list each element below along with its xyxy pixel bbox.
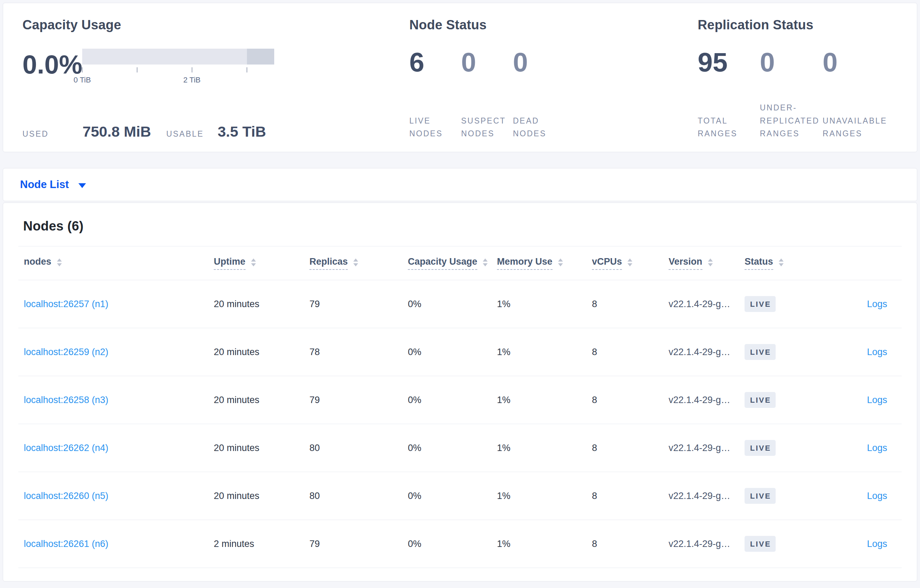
logs-link[interactable]: Logs xyxy=(867,443,887,453)
table-row: localhost:26260 (n5)20 minutes800%1%8v22… xyxy=(18,472,902,520)
nodes-heading: Nodes (6) xyxy=(18,203,902,246)
node-status-stats: 6 LIVE NODES 0 SUSPECT NODES 0 DEAD NODE… xyxy=(409,48,698,141)
sort-icon xyxy=(627,258,632,267)
stat-value: 0 xyxy=(760,48,823,76)
node-list-dropdown-label[interactable]: Node List xyxy=(20,178,69,191)
axis-tick xyxy=(82,67,83,73)
stat-value: 95 xyxy=(698,48,760,76)
vcpus-cell: 8 xyxy=(592,443,669,454)
node-link[interactable]: localhost:26260 (n5) xyxy=(24,491,109,501)
column-header-label: Uptime xyxy=(214,256,246,270)
column-header-status[interactable]: Status xyxy=(745,256,852,270)
capacity-usage-title: Capacity Usage xyxy=(23,17,409,34)
node-status-panel: Node Status 6 LIVE NODES 0 SUSPECT NODES… xyxy=(409,17,698,140)
version-cell: v22.1.4-29-g… xyxy=(669,443,745,454)
logs-link[interactable]: Logs xyxy=(867,539,887,549)
capacity-percent: 0.0% xyxy=(23,52,82,78)
used-value: 750.8 MiB xyxy=(83,123,151,140)
vcpus-cell: 8 xyxy=(592,395,669,405)
cluster-summary-card: Capacity Usage 0.0% 0 TiB2 TiB USED 750.… xyxy=(3,3,917,152)
node-status-title: Node Status xyxy=(409,17,698,34)
replication-status-stats: 95 TOTAL RANGES 0 UNDER-REPLICATED RANGE… xyxy=(698,48,897,141)
address-cell: localhost:26262 (n4) xyxy=(18,443,214,454)
node-link[interactable]: localhost:26258 (n3) xyxy=(24,395,109,405)
replicas-cell: 79 xyxy=(309,299,408,310)
status-badge: LIVE xyxy=(745,296,776,312)
sort-icon xyxy=(483,258,488,267)
stat-label: DEAD NODES xyxy=(513,115,561,141)
logs-cell: Logs xyxy=(852,539,902,549)
uptime-cell: 20 minutes xyxy=(214,299,309,310)
summary-stat: 0 SUSPECT NODES xyxy=(461,48,513,141)
logs-link[interactable]: Logs xyxy=(867,299,887,309)
replicas-cell: 78 xyxy=(309,347,408,357)
version-cell: v22.1.4-29-g… xyxy=(669,395,745,405)
address-cell: localhost:26259 (n2) xyxy=(18,347,214,357)
memory_use-cell: 1% xyxy=(497,299,592,310)
version-cell: v22.1.4-29-g… xyxy=(669,347,745,357)
used-label: USED xyxy=(23,129,83,139)
replication-status-title: Replication Status xyxy=(698,17,897,34)
column-header-version[interactable]: Version xyxy=(669,256,745,270)
address-cell: localhost:26261 (n6) xyxy=(18,539,214,549)
status-cell: LIVE xyxy=(745,488,852,504)
column-header-address[interactable]: nodes xyxy=(18,256,214,270)
replicas-cell: 79 xyxy=(309,539,408,549)
logs-link[interactable]: Logs xyxy=(867,491,887,501)
uptime-cell: 2 minutes xyxy=(214,539,309,549)
stat-label: SUSPECT NODES xyxy=(461,115,509,141)
replicas-cell: 80 xyxy=(309,443,408,454)
node-link[interactable]: localhost:26259 (n2) xyxy=(24,347,109,357)
uptime-cell: 20 minutes xyxy=(214,491,309,501)
column-header-vcpus[interactable]: vCPUs xyxy=(592,256,669,270)
node-list-dropdown[interactable]: Node List xyxy=(3,168,917,201)
address-cell: localhost:26260 (n5) xyxy=(18,491,214,501)
capacity-bar: 0 TiB2 TiB xyxy=(82,48,274,89)
column-header-capacity_usage[interactable]: Capacity Usage xyxy=(408,256,497,270)
memory_use-cell: 1% xyxy=(497,395,592,405)
column-header-label: Memory Use xyxy=(497,256,552,270)
version-cell: v22.1.4-29-g… xyxy=(669,491,745,501)
column-header-logs xyxy=(852,262,902,265)
table-row: localhost:26259 (n2)20 minutes780%1%8v22… xyxy=(18,328,902,376)
axis-tick-label: 0 TiB xyxy=(74,76,91,84)
usable-value: 3.5 TiB xyxy=(217,123,266,140)
status-cell: LIVE xyxy=(745,440,852,456)
version-cell: v22.1.4-29-g… xyxy=(669,539,745,549)
version-cell: v22.1.4-29-g… xyxy=(669,299,745,310)
column-header-label: Replicas xyxy=(309,256,348,270)
sort-icon xyxy=(558,258,563,267)
column-header-uptime[interactable]: Uptime xyxy=(214,256,309,270)
capacity_usage-cell: 0% xyxy=(408,539,497,549)
status-badge: LIVE xyxy=(745,392,776,408)
axis-tick xyxy=(192,67,192,73)
node-link[interactable]: localhost:26257 (n1) xyxy=(24,299,109,309)
column-header-memory_use[interactable]: Memory Use xyxy=(497,256,592,270)
capacity-bar-over-segment xyxy=(247,48,274,65)
uptime-cell: 20 minutes xyxy=(214,347,309,357)
logs-link[interactable]: Logs xyxy=(867,395,887,405)
status-cell: LIVE xyxy=(745,536,852,552)
column-header-label: vCPUs xyxy=(592,256,622,270)
uptime-cell: 20 minutes xyxy=(214,395,309,405)
node-link[interactable]: localhost:26261 (n6) xyxy=(24,539,109,549)
capacity-bar-axis: 0 TiB2 TiB xyxy=(82,65,274,89)
column-header-replicas[interactable]: Replicas xyxy=(309,256,408,270)
stat-label: UNAVAILABLE RANGES xyxy=(823,115,897,141)
capacity_usage-cell: 0% xyxy=(408,347,497,357)
capacity-usage-panel: Capacity Usage 0.0% 0 TiB2 TiB USED 750.… xyxy=(23,17,409,140)
node-link[interactable]: localhost:26262 (n4) xyxy=(24,443,109,453)
logs-link[interactable]: Logs xyxy=(867,347,887,357)
table-row: localhost:26257 (n1)20 minutes790%1%8v22… xyxy=(18,280,902,328)
table-row: localhost:26258 (n3)20 minutes790%1%8v22… xyxy=(18,376,902,424)
replication-status-panel: Replication Status 95 TOTAL RANGES 0 UND… xyxy=(698,17,897,140)
sort-icon xyxy=(708,258,713,267)
address-cell: localhost:26257 (n1) xyxy=(18,299,214,310)
sort-icon xyxy=(57,258,62,267)
logs-cell: Logs xyxy=(852,299,902,310)
logs-cell: Logs xyxy=(852,491,902,501)
replicas-cell: 79 xyxy=(309,395,408,405)
memory_use-cell: 1% xyxy=(497,443,592,454)
usable-label: USABLE xyxy=(166,129,204,139)
caret-down-icon xyxy=(78,183,86,188)
